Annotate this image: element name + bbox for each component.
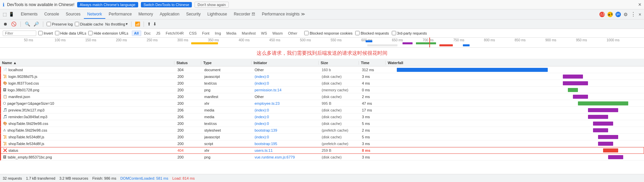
type-btn-fetch-xhr[interactable]: Fetch/XHR: [163, 31, 186, 36]
initiator-cell[interactable]: (index):0: [253, 135, 320, 139]
table-row[interactable]: 🎵preview.3f1fe127.mp3206media(index):0(d…: [0, 107, 644, 113]
initiator-cell[interactable]: employee.ts:23: [253, 101, 320, 105]
table-row[interactable]: 📋manifest.json200manifestOther(disk cach…: [0, 93, 644, 100]
initiator-link[interactable]: employee.ts:23: [255, 101, 280, 105]
type-btn-all[interactable]: All: [132, 31, 141, 36]
search-icon[interactable]: 🔎: [33, 21, 40, 27]
table-row[interactable]: 🎵reminder.0a3849af.mp3206media(index):0(…: [0, 113, 644, 120]
disable-cache-checkbox[interactable]: [75, 22, 79, 26]
inspect-icon[interactable]: ⬚: [3, 12, 7, 17]
tab-performance-insights[interactable]: Performance insights ≫: [259, 10, 309, 19]
invert-checkbox[interactable]: [38, 31, 43, 35]
tab-application[interactable]: Application: [156, 10, 183, 19]
match-language-button[interactable]: Always match Chrome's language: [77, 2, 138, 7]
timeline-label-13: 700 ms: [423, 38, 434, 42]
upload-icon[interactable]: ⬆: [147, 21, 151, 27]
preserve-log-label[interactable]: Preserve log: [47, 22, 73, 26]
initiator-link[interactable]: (index):0: [255, 122, 269, 126]
settings-icon[interactable]: ⚙: [624, 12, 628, 17]
device-icon[interactable]: 📱: [9, 12, 14, 17]
tab-lighthouse[interactable]: Lighthouse: [204, 10, 230, 19]
third-party-label[interactable]: 3rd-party requests: [392, 31, 427, 35]
table-row[interactable]: ⬡page?page=1&pageSize=10200xhremployee.t…: [0, 100, 644, 107]
tab-memory[interactable]: Memory: [135, 10, 156, 19]
table-row[interactable]: 🖼logo.38b01728.png200pngpermission.ts:14…: [0, 87, 644, 93]
initiator-link[interactable]: vue.runtime.esm.js:6779: [255, 155, 295, 159]
type-btn-ws[interactable]: WS: [259, 31, 269, 36]
initiator-link[interactable]: bootstrap:195: [255, 142, 277, 146]
tab-network[interactable]: Network: [84, 10, 105, 19]
close-icon[interactable]: ×: [638, 2, 641, 8]
type-btn-img[interactable]: Img: [212, 31, 223, 36]
wifi-icon[interactable]: 📶: [135, 21, 140, 27]
initiator-cell[interactable]: vue.runtime.esm.js:6779: [253, 155, 320, 159]
hide-extension-urls-checkbox[interactable]: [88, 31, 93, 35]
initiator-cell[interactable]: bootstrap:139: [253, 128, 320, 132]
tab-sources[interactable]: Sources: [62, 10, 84, 19]
clear-button[interactable]: 🚫: [10, 21, 17, 27]
blocked-cookies-label[interactable]: Blocked response cookies: [304, 31, 353, 35]
throttle-select[interactable]: No throttling ▾: [105, 22, 128, 26]
close-devtools-icon[interactable]: ×: [639, 12, 641, 17]
tab-elements[interactable]: Elements: [17, 10, 41, 19]
hide-data-urls-checkbox[interactable]: [55, 31, 59, 35]
disable-cache-label[interactable]: Disable cache: [75, 22, 103, 26]
type-btn-wasm[interactable]: Wasm: [270, 31, 285, 36]
initiator-cell[interactable]: (index):0: [253, 122, 320, 126]
table-row[interactable]: ⚠shopTable.5fd29e98.css200stylesheetboot…: [0, 127, 644, 134]
initiator-link[interactable]: (index):0: [255, 108, 269, 112]
table-row[interactable]: 🖼table_empty.885371bc.png200pngvue.runti…: [0, 154, 644, 161]
table-row[interactable]: 🎨login.f8377ced.css200text/css(index):0(…: [0, 80, 644, 87]
initiator-link[interactable]: users.ts:11: [255, 148, 273, 152]
type-btn-js[interactable]: JS: [154, 31, 163, 36]
hide-extension-urls-label[interactable]: Hide extension URLs: [88, 31, 128, 35]
initiator-link[interactable]: bootstrap:139: [255, 128, 277, 132]
table-row[interactable]: 📜login.90288d75.js200javascript(index):0…: [0, 73, 644, 80]
initiator-link[interactable]: (index):0: [255, 135, 269, 139]
table-row[interactable]: ❌status404xhrusers.ts:11259 B8 ms: [0, 147, 644, 154]
initiator-link[interactable]: (index):0: [255, 75, 269, 79]
timeline-label-4: 250 ms: [147, 38, 158, 42]
filter-icon[interactable]: 🔍: [24, 21, 31, 27]
download-icon[interactable]: ⬇: [153, 21, 157, 27]
initiator-cell[interactable]: users.ts:11: [253, 148, 320, 152]
blocked-requests-label[interactable]: Blocked requests: [355, 31, 389, 35]
blocked-cookies-checkbox[interactable]: [304, 31, 309, 35]
type-btn-css[interactable]: CSS: [187, 31, 199, 36]
preserve-log-checkbox[interactable]: [47, 22, 51, 26]
initiator-link[interactable]: permission.ts:14: [255, 88, 281, 92]
initiator-link[interactable]: (index):0: [255, 115, 269, 119]
hide-data-urls-label[interactable]: Hide data URLs: [55, 31, 87, 35]
initiator-cell[interactable]: bootstrap:195: [253, 142, 320, 146]
initiator-cell[interactable]: permission.ts:14: [253, 88, 320, 92]
invert-label[interactable]: Invert: [38, 31, 53, 35]
third-party-checkbox[interactable]: [392, 31, 396, 35]
blocked-requests-checkbox[interactable]: [355, 31, 360, 35]
tab-security[interactable]: Security: [183, 10, 204, 19]
initiator-cell: Other: [253, 68, 320, 72]
more-options-icon[interactable]: ⋮: [631, 11, 636, 17]
type-btn-font[interactable]: Font: [200, 31, 212, 36]
type-btn-media[interactable]: Media: [224, 31, 239, 36]
file-icon: ❌: [3, 148, 7, 152]
table-row[interactable]: 📜shopTable.fe534d8f.js200javascript(inde…: [0, 134, 644, 140]
filter-input[interactable]: [3, 31, 36, 36]
type-btn-other[interactable]: Other: [286, 31, 300, 36]
type-btn-manifest[interactable]: Manifest: [239, 31, 258, 36]
initiator-cell[interactable]: (index):0: [253, 115, 320, 119]
tab-performance[interactable]: Performance: [105, 10, 135, 19]
record-button[interactable]: ⏺: [3, 21, 8, 27]
switch-devtools-button[interactable]: Switch DevTools to Chinese: [141, 2, 192, 7]
col-type: Type: [201, 61, 252, 65]
table-row[interactable]: 📄localhost304documentOther160 b312 ms: [0, 66, 644, 73]
table-row[interactable]: 📜shopTable.fe534d8f.js200scriptbootstrap…: [0, 140, 644, 147]
initiator-link[interactable]: (index):0: [255, 81, 269, 85]
initiator-cell[interactable]: (index):0: [253, 75, 320, 79]
dont-show-button[interactable]: Don't show again: [195, 2, 229, 8]
tab-console[interactable]: Console: [41, 10, 62, 19]
tab-recorder[interactable]: Recorder 𝌗: [230, 10, 259, 19]
table-row[interactable]: 🎨shopTable.5fd29e98.css200text/css(index…: [0, 120, 644, 127]
type-btn-doc[interactable]: Doc: [142, 31, 153, 36]
initiator-cell[interactable]: (index):0: [253, 108, 320, 112]
initiator-cell[interactable]: (index):0: [253, 81, 320, 85]
